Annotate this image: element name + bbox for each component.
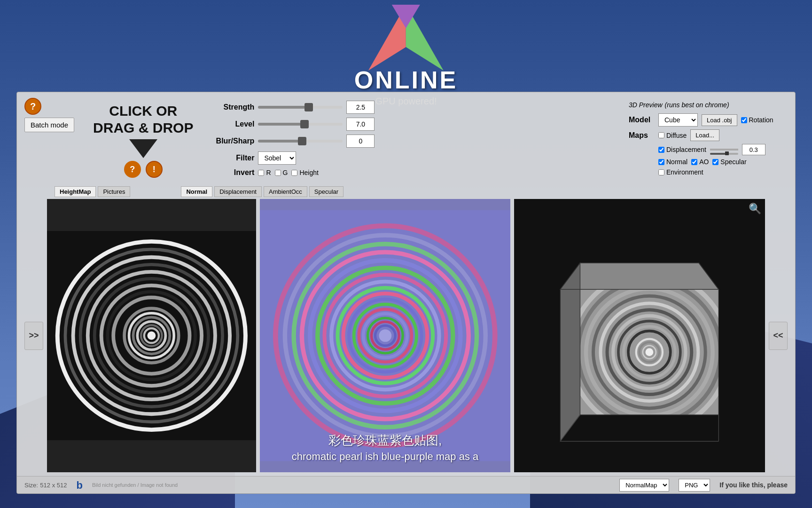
rotation-checkbox-label[interactable]: Rotation (741, 116, 773, 124)
diffuse-load-button[interactable]: Load... (690, 129, 719, 141)
maps-label: Maps (629, 131, 655, 140)
normal-panel[interactable]: 彩色珍珠蓝紫色贴图, chromatic pearl ish blue-purp… (260, 199, 511, 472)
bottom-bar: Size: 512 x 512 b Bild nicht gefunden / … (17, 476, 795, 493)
drop-arrow (129, 139, 157, 158)
tab-heightmap[interactable]: HeightMap (55, 186, 96, 197)
svg-point-23 (147, 332, 156, 340)
tab-ambientocc[interactable]: AmbientOcc (264, 186, 307, 197)
normal-ao-specular-row: Normal AO Specular (629, 158, 782, 166)
specular-checkbox-label[interactable]: Specular (712, 158, 746, 166)
invert-g-checkbox[interactable] (275, 170, 281, 176)
environment-checkbox[interactable] (658, 169, 664, 175)
heightmap-rings (47, 199, 256, 472)
svg-point-42 (379, 329, 391, 342)
rotation-checkbox[interactable] (741, 117, 747, 123)
size-value: 512 x 512 (40, 482, 67, 489)
strength-value[interactable] (346, 101, 375, 114)
size-label: Size: (24, 482, 38, 489)
strength-slider[interactable] (258, 106, 343, 109)
caption-zh: 彩色珍珠蓝紫色贴图, (260, 432, 511, 449)
main-panel: ? Batch mode CLICK OR DRAG & DROP ? ! St… (16, 92, 796, 494)
svg-rect-5 (725, 151, 729, 155)
diffuse-checkbox[interactable] (658, 132, 664, 138)
invert-r-label[interactable]: R (258, 169, 271, 176)
diffuse-checkbox-label[interactable]: Diffuse (658, 132, 687, 139)
environment-checkbox-label[interactable]: Environment (658, 168, 703, 176)
logo-triangle (354, 0, 458, 75)
blursharp-value[interactable] (346, 135, 375, 148)
strength-label: Strength (212, 103, 254, 111)
invert-row: Invert R G Height (212, 168, 614, 177)
combined-tabs: HeightMap Pictures Normal Displacement A… (17, 186, 795, 199)
content-area: >> (17, 199, 795, 476)
filter-label: Filter (212, 154, 254, 162)
ao-checkbox-label[interactable]: AO (691, 158, 709, 166)
blursharp-row: Blur/Sharp (212, 135, 614, 148)
help-icon-2[interactable]: ? (124, 161, 141, 178)
caption-en: chromatic pearl ish blue-purple map as a (260, 451, 511, 463)
blursharp-label: Blur/Sharp (212, 137, 254, 145)
tab-pictures[interactable]: Pictures (98, 186, 130, 197)
model-label: Model (629, 116, 655, 124)
tab-displacement[interactable]: Displacement (214, 186, 262, 197)
level-label: Level (212, 120, 254, 128)
environment-row: Environment (629, 168, 782, 176)
drag-drop-text: CLICK OR DRAG & DROP (93, 103, 193, 136)
right-nav-button[interactable]: << (769, 322, 788, 350)
preview-3d-title: 3D Preview (runs best on chrome) (629, 100, 782, 110)
maps-row: Maps Diffuse Load... (629, 129, 782, 141)
normal-map-checkbox-label[interactable]: Normal (658, 158, 687, 166)
blursharp-slider[interactable] (258, 140, 343, 143)
help-icon[interactable]: ? (24, 98, 41, 115)
batch-mode-button[interactable]: Batch mode (24, 118, 74, 132)
svg-marker-44 (561, 263, 719, 289)
icon-row: ? ! (124, 161, 163, 178)
sliders-area: Strength Level Blur/Sharp (212, 98, 614, 180)
level-slider[interactable] (258, 123, 343, 126)
displacement-checkbox-label[interactable]: Displacement (658, 146, 706, 153)
tab-normal[interactable]: Normal (181, 186, 212, 197)
displacement-row: Displacement (629, 144, 782, 155)
displacement-value[interactable] (742, 144, 765, 155)
drag-drop-area[interactable]: CLICK OR DRAG & DROP ? ! (84, 98, 203, 183)
left-nav-button[interactable]: >> (24, 322, 43, 350)
displacement-slider[interactable] (710, 149, 738, 151)
invert-height-label[interactable]: Height (291, 169, 318, 176)
bplaced-logo: b (76, 478, 82, 492)
logo-area: ONLINE GPU powered! (354, 0, 458, 107)
normalmap-select[interactable]: NormalMap HeightMap Specular AO (619, 479, 669, 492)
ao-checkbox[interactable] (691, 159, 697, 165)
load-obj-button[interactable]: Load .obj (702, 114, 737, 126)
filter-row: Filter Sobel Scharr Prewitt None (212, 151, 614, 165)
svg-point-62 (646, 348, 654, 356)
ad-text: Bild nicht gefunden / Image not found (92, 482, 178, 488)
invert-g-label[interactable]: G (275, 169, 288, 176)
model-select[interactable]: Cube Sphere Plane (658, 113, 698, 127)
panel-top: ? Batch mode CLICK OR DRAG & DROP ? ! St… (17, 92, 795, 186)
model-row: Model Cube Sphere Plane Load .obj Rotati… (629, 113, 782, 127)
zoom-icon[interactable]: 🔍 (749, 203, 761, 215)
heightmap-panel[interactable] (47, 199, 256, 472)
invert-r-checkbox[interactable] (258, 170, 264, 176)
ad-container: Bild nicht gefunden / Image not found (92, 482, 178, 488)
caption-overlay: 彩色珍珠蓝紫色贴图, chromatic pearl ish blue-purp… (260, 432, 511, 463)
invert-label: Invert (212, 168, 254, 177)
filter-select[interactable]: Sobel Scharr Prewitt None (258, 151, 296, 165)
tab-specular[interactable]: Specular (309, 186, 344, 197)
invert-height-checkbox[interactable] (291, 170, 297, 176)
level-value[interactable] (346, 118, 375, 131)
like-text: If you like this, please (719, 481, 788, 489)
preview-3d-area: 3D Preview (runs best on chrome) Model C… (623, 98, 788, 181)
strength-row: Strength (212, 101, 614, 114)
svg-rect-4 (710, 153, 726, 155)
preview-3d-panel[interactable]: 🔍 (514, 199, 765, 472)
level-row: Level (212, 118, 614, 131)
specular-checkbox[interactable] (712, 159, 718, 165)
online-text: ONLINE (354, 66, 458, 94)
displacement-checkbox[interactable] (658, 147, 664, 153)
3d-preview-svg (514, 199, 765, 472)
svg-marker-45 (561, 263, 580, 441)
normal-map-checkbox[interactable] (658, 159, 664, 165)
png-select[interactable]: PNG JPG (679, 479, 710, 492)
warning-icon[interactable]: ! (146, 161, 163, 178)
